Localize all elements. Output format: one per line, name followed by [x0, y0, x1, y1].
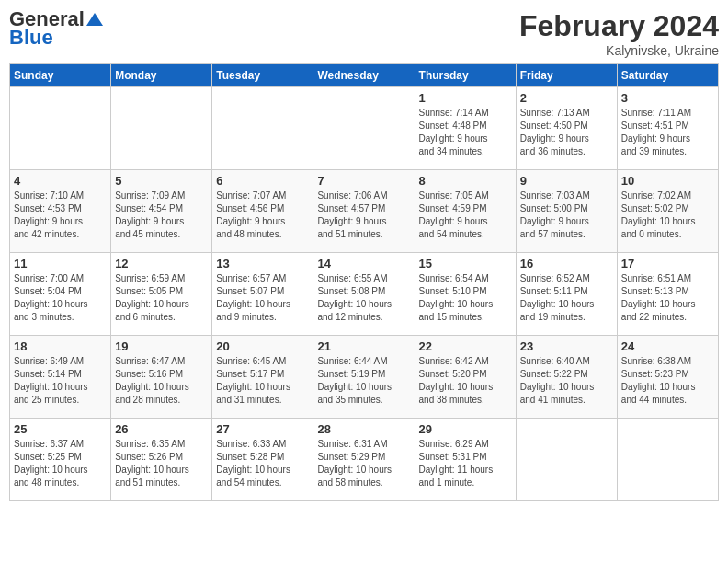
day-cell: 21Sunrise: 6:44 AM Sunset: 5:19 PM Dayli… — [313, 336, 415, 419]
day-info: Sunrise: 7:14 AM Sunset: 4:48 PM Dayligh… — [419, 107, 512, 158]
week-row-3: 18Sunrise: 6:49 AM Sunset: 5:14 PM Dayli… — [10, 336, 719, 419]
day-number: 14 — [317, 257, 410, 270]
calendar-table: SundayMondayTuesdayWednesdayThursdayFrid… — [9, 63, 719, 501]
day-number: 2 — [520, 91, 613, 105]
day-cell — [313, 87, 415, 170]
day-cell — [212, 87, 313, 170]
day-info: Sunrise: 6:47 AM Sunset: 5:16 PM Dayligh… — [115, 355, 208, 407]
day-cell: 17Sunrise: 6:51 AM Sunset: 5:13 PM Dayli… — [617, 253, 718, 336]
day-number: 11 — [14, 257, 107, 270]
day-header-saturday: Saturday — [617, 64, 718, 87]
day-cell: 20Sunrise: 6:45 AM Sunset: 5:17 PM Dayli… — [212, 336, 313, 419]
day-info: Sunrise: 6:49 AM Sunset: 5:14 PM Dayligh… — [14, 355, 107, 407]
day-number: 7 — [317, 174, 410, 188]
day-cell — [617, 419, 718, 501]
day-header-monday: Monday — [111, 64, 212, 87]
day-cell: 28Sunrise: 6:31 AM Sunset: 5:29 PM Dayli… — [313, 419, 415, 501]
location: Kalynivske, Ukraine — [519, 43, 719, 58]
logo-blue: Blue — [9, 28, 53, 48]
day-cell: 12Sunrise: 6:59 AM Sunset: 5:05 PM Dayli… — [111, 253, 212, 336]
day-number: 13 — [216, 257, 309, 270]
day-cell: 24Sunrise: 6:38 AM Sunset: 5:23 PM Dayli… — [617, 336, 718, 419]
day-number: 21 — [317, 339, 410, 353]
day-number: 16 — [520, 257, 613, 270]
day-headers-row: SundayMondayTuesdayWednesdayThursdayFrid… — [10, 64, 719, 87]
day-cell: 13Sunrise: 6:57 AM Sunset: 5:07 PM Dayli… — [212, 253, 313, 336]
day-number: 18 — [14, 339, 107, 353]
day-info: Sunrise: 6:57 AM Sunset: 5:07 PM Dayligh… — [216, 272, 309, 324]
svg-marker-0 — [86, 13, 103, 26]
day-cell: 16Sunrise: 6:52 AM Sunset: 5:11 PM Dayli… — [516, 253, 617, 336]
day-info: Sunrise: 6:33 AM Sunset: 5:28 PM Dayligh… — [216, 438, 309, 489]
day-cell: 14Sunrise: 6:55 AM Sunset: 5:08 PM Dayli… — [313, 253, 415, 336]
day-cell: 8Sunrise: 7:05 AM Sunset: 4:59 PM Daylig… — [415, 170, 516, 253]
day-number: 25 — [14, 422, 107, 436]
day-number: 29 — [419, 422, 512, 436]
day-info: Sunrise: 7:07 AM Sunset: 4:56 PM Dayligh… — [216, 190, 309, 241]
day-number: 9 — [520, 174, 613, 188]
week-row-1: 4Sunrise: 7:10 AM Sunset: 4:53 PM Daylig… — [10, 170, 719, 253]
day-number: 17 — [621, 257, 714, 270]
day-cell: 23Sunrise: 6:40 AM Sunset: 5:22 PM Dayli… — [516, 336, 617, 419]
day-header-thursday: Thursday — [415, 64, 516, 87]
day-info: Sunrise: 7:10 AM Sunset: 4:53 PM Dayligh… — [14, 190, 107, 241]
day-number: 4 — [14, 174, 107, 188]
day-cell: 5Sunrise: 7:09 AM Sunset: 4:54 PM Daylig… — [111, 170, 212, 253]
day-number: 26 — [115, 422, 208, 436]
day-info: Sunrise: 7:00 AM Sunset: 5:04 PM Dayligh… — [14, 272, 107, 324]
day-info: Sunrise: 6:29 AM Sunset: 5:31 PM Dayligh… — [419, 438, 512, 489]
day-info: Sunrise: 6:42 AM Sunset: 5:20 PM Dayligh… — [419, 355, 512, 407]
day-info: Sunrise: 6:40 AM Sunset: 5:22 PM Dayligh… — [520, 355, 613, 407]
day-info: Sunrise: 6:38 AM Sunset: 5:23 PM Dayligh… — [621, 355, 714, 407]
day-cell: 2Sunrise: 7:13 AM Sunset: 4:50 PM Daylig… — [516, 87, 617, 170]
day-cell: 7Sunrise: 7:06 AM Sunset: 4:57 PM Daylig… — [313, 170, 415, 253]
day-number: 3 — [621, 91, 714, 105]
day-cell: 6Sunrise: 7:07 AM Sunset: 4:56 PM Daylig… — [212, 170, 313, 253]
week-row-4: 25Sunrise: 6:37 AM Sunset: 5:25 PM Dayli… — [10, 419, 719, 501]
day-number: 10 — [621, 174, 714, 188]
day-info: Sunrise: 6:37 AM Sunset: 5:25 PM Dayligh… — [14, 438, 107, 489]
day-info: Sunrise: 7:11 AM Sunset: 4:51 PM Dayligh… — [621, 107, 714, 158]
day-cell: 25Sunrise: 6:37 AM Sunset: 5:25 PM Dayli… — [10, 419, 111, 501]
day-number: 22 — [419, 339, 512, 353]
day-number: 12 — [115, 257, 208, 270]
day-header-tuesday: Tuesday — [212, 64, 313, 87]
day-info: Sunrise: 7:02 AM Sunset: 5:02 PM Dayligh… — [621, 190, 714, 241]
day-number: 20 — [216, 339, 309, 353]
day-info: Sunrise: 6:59 AM Sunset: 5:05 PM Dayligh… — [115, 272, 208, 324]
day-cell: 22Sunrise: 6:42 AM Sunset: 5:20 PM Dayli… — [415, 336, 516, 419]
day-cell: 9Sunrise: 7:03 AM Sunset: 5:00 PM Daylig… — [516, 170, 617, 253]
day-number: 27 — [216, 422, 309, 436]
day-cell: 29Sunrise: 6:29 AM Sunset: 5:31 PM Dayli… — [415, 419, 516, 501]
day-cell: 10Sunrise: 7:02 AM Sunset: 5:02 PM Dayli… — [617, 170, 718, 253]
day-info: Sunrise: 6:55 AM Sunset: 5:08 PM Dayligh… — [317, 272, 410, 324]
day-info: Sunrise: 6:51 AM Sunset: 5:13 PM Dayligh… — [621, 272, 714, 324]
month-title: February 2024 — [519, 9, 719, 43]
day-info: Sunrise: 6:52 AM Sunset: 5:11 PM Dayligh… — [520, 272, 613, 324]
day-info: Sunrise: 6:31 AM Sunset: 5:29 PM Dayligh… — [317, 438, 410, 489]
day-info: Sunrise: 6:45 AM Sunset: 5:17 PM Dayligh… — [216, 355, 309, 407]
day-info: Sunrise: 6:35 AM Sunset: 5:26 PM Dayligh… — [115, 438, 208, 489]
day-number: 1 — [419, 91, 512, 105]
day-info: Sunrise: 6:54 AM Sunset: 5:10 PM Dayligh… — [419, 272, 512, 324]
day-cell: 11Sunrise: 7:00 AM Sunset: 5:04 PM Dayli… — [10, 253, 111, 336]
day-number: 6 — [216, 174, 309, 188]
day-cell: 26Sunrise: 6:35 AM Sunset: 5:26 PM Dayli… — [111, 419, 212, 501]
day-number: 23 — [520, 339, 613, 353]
day-header-friday: Friday — [516, 64, 617, 87]
title-block: February 2024 Kalynivske, Ukraine — [519, 9, 719, 58]
day-cell — [10, 87, 111, 170]
day-cell — [516, 419, 617, 501]
day-cell: 27Sunrise: 6:33 AM Sunset: 5:28 PM Dayli… — [212, 419, 313, 501]
day-number: 8 — [419, 174, 512, 188]
day-number: 15 — [419, 257, 512, 270]
logo-icon — [86, 13, 103, 26]
day-cell: 1Sunrise: 7:14 AM Sunset: 4:48 PM Daylig… — [415, 87, 516, 170]
day-header-sunday: Sunday — [10, 64, 111, 87]
day-cell: 4Sunrise: 7:10 AM Sunset: 4:53 PM Daylig… — [10, 170, 111, 253]
day-info: Sunrise: 7:03 AM Sunset: 5:00 PM Dayligh… — [520, 190, 613, 241]
day-header-wednesday: Wednesday — [313, 64, 415, 87]
day-number: 24 — [621, 339, 714, 353]
day-number: 19 — [115, 339, 208, 353]
day-info: Sunrise: 6:44 AM Sunset: 5:19 PM Dayligh… — [317, 355, 410, 407]
